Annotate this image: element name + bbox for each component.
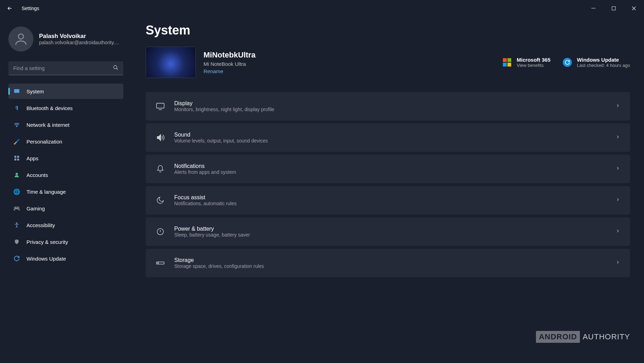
sidebar-item-system[interactable]: System: [8, 84, 123, 99]
shield-icon: [13, 238, 20, 245]
sound-icon: [155, 133, 165, 142]
sidebar-item-privacy[interactable]: Privacy & security: [8, 234, 123, 249]
chevron-right-icon: [615, 134, 620, 141]
status-windows-update[interactable]: Windows Update Last checked: 4 hours ago: [562, 57, 630, 68]
close-icon: [632, 6, 636, 10]
svg-rect-12: [156, 103, 164, 108]
arrow-left-icon: [7, 5, 13, 11]
microsoft-logo-icon: [502, 57, 512, 67]
person-icon: [13, 31, 29, 47]
setting-sound[interactable]: Sound Volume levels, output, input, soun…: [146, 123, 630, 152]
setting-desc: Sleep, battery usage, battery saver: [174, 232, 250, 238]
setting-title: Storage: [174, 257, 264, 263]
svg-rect-1: [612, 7, 615, 10]
storage-icon: [155, 258, 165, 268]
setting-title: Sound: [174, 132, 268, 138]
setting-desc: Alerts from apps and system: [174, 169, 236, 175]
wifi-icon: [13, 121, 20, 128]
status-title: Microsoft 365: [517, 57, 551, 63]
svg-rect-8: [14, 159, 16, 160]
search-icon: [113, 65, 118, 72]
sidebar: Palash Volvoikar palash.volvoikar@androi…: [0, 17, 129, 363]
setting-title: Focus assist: [174, 194, 237, 201]
svg-rect-9: [17, 159, 19, 160]
sidebar-item-update[interactable]: Windows Update: [8, 251, 123, 266]
user-block[interactable]: Palash Volvoikar palash.volvoikar@androi…: [8, 24, 123, 54]
svg-rect-0: [591, 8, 596, 8]
power-icon: [155, 227, 165, 237]
setting-focus-assist[interactable]: Focus assist Notifications, automatic ru…: [146, 186, 630, 215]
setting-power[interactable]: Power & battery Sleep, battery usage, ba…: [146, 217, 630, 246]
sidebar-item-apps[interactable]: Apps: [8, 150, 123, 166]
setting-storage[interactable]: Storage Storage space, drives, configura…: [146, 249, 630, 277]
sidebar-item-label: Personalization: [26, 139, 62, 145]
sidebar-item-accounts[interactable]: Accounts: [8, 167, 123, 183]
sidebar-item-label: Windows Update: [26, 256, 66, 262]
status-sub: Last checked: 4 hours ago: [577, 63, 630, 68]
sidebar-item-label: Network & internet: [26, 122, 69, 128]
display-icon: [13, 88, 20, 95]
close-button[interactable]: [624, 0, 644, 17]
svg-point-11: [16, 223, 17, 224]
svg-rect-4: [14, 89, 20, 93]
chevron-right-icon: [615, 229, 620, 235]
minimize-button[interactable]: [583, 0, 604, 17]
device-row: MiNotebkUltra Mi NoteBook Ultra Rename M…: [146, 47, 630, 78]
sync-icon: [562, 57, 572, 67]
chevron-right-icon: [615, 166, 620, 172]
nav-list: System Bluetooth & devices Network & int…: [8, 84, 123, 266]
svg-point-2: [18, 34, 24, 39]
svg-rect-7: [17, 156, 19, 157]
minimize-icon: [591, 6, 596, 10]
chevron-right-icon: [615, 197, 620, 203]
brush-icon: 🖌️: [13, 138, 20, 145]
gamepad-icon: 🎮: [13, 205, 20, 212]
setting-title: Display: [174, 100, 274, 107]
svg-point-10: [16, 173, 18, 175]
settings-list: Display Monitors, brightness, night ligh…: [146, 92, 630, 277]
bell-icon: [155, 164, 165, 174]
sidebar-item-personalization[interactable]: 🖌️ Personalization: [8, 134, 123, 149]
accessibility-icon: [13, 222, 20, 229]
back-button[interactable]: [6, 4, 14, 13]
globe-icon: 🌐: [13, 188, 20, 195]
setting-display[interactable]: Display Monitors, brightness, night ligh…: [146, 92, 630, 121]
rename-link[interactable]: Rename: [204, 68, 255, 74]
setting-desc: Monitors, brightness, night light, displ…: [174, 107, 274, 112]
status-microsoft-365[interactable]: Microsoft 365 View benefits: [502, 57, 551, 68]
avatar: [8, 26, 33, 52]
sidebar-item-network[interactable]: Network & internet: [8, 117, 123, 132]
status-title: Windows Update: [577, 57, 630, 63]
display-icon: [155, 101, 165, 111]
device-model: Mi NoteBook Ultra: [204, 61, 255, 67]
setting-title: Power & battery: [174, 226, 250, 232]
user-icon: [13, 171, 20, 178]
svg-point-15: [158, 263, 158, 263]
chevron-right-icon: [615, 103, 620, 109]
sidebar-item-label: Privacy & security: [26, 239, 68, 245]
main-content: System MiNotebkUltra Mi NoteBook Ultra R…: [129, 17, 644, 363]
setting-desc: Volume levels, output, input, sound devi…: [174, 138, 268, 144]
watermark: ANDROID AUTHORITY: [536, 331, 630, 343]
page-title: System: [146, 23, 630, 38]
search-input[interactable]: [8, 61, 123, 75]
sidebar-item-accessibility[interactable]: Accessibility: [8, 217, 123, 233]
maximize-icon: [612, 6, 616, 10]
window-controls: [583, 0, 644, 17]
titlebar: Settings: [0, 0, 644, 17]
sidebar-item-time[interactable]: 🌐 Time & language: [8, 184, 123, 199]
sidebar-item-bluetooth[interactable]: Bluetooth & devices: [8, 100, 123, 116]
setting-desc: Notifications, automatic rules: [174, 201, 237, 206]
watermark-box: ANDROID: [536, 331, 580, 343]
maximize-button[interactable]: [604, 0, 624, 17]
svg-point-5: [16, 126, 17, 126]
sidebar-item-gaming[interactable]: 🎮 Gaming: [8, 201, 123, 216]
update-icon: [13, 255, 20, 262]
svg-rect-6: [14, 156, 16, 157]
sidebar-item-label: Accessibility: [26, 222, 55, 228]
device-thumbnail[interactable]: [146, 47, 196, 78]
sidebar-item-label: System: [26, 88, 44, 94]
setting-title: Notifications: [174, 163, 236, 169]
setting-notifications[interactable]: Notifications Alerts from apps and syste…: [146, 155, 630, 183]
app-title: Settings: [22, 6, 39, 11]
